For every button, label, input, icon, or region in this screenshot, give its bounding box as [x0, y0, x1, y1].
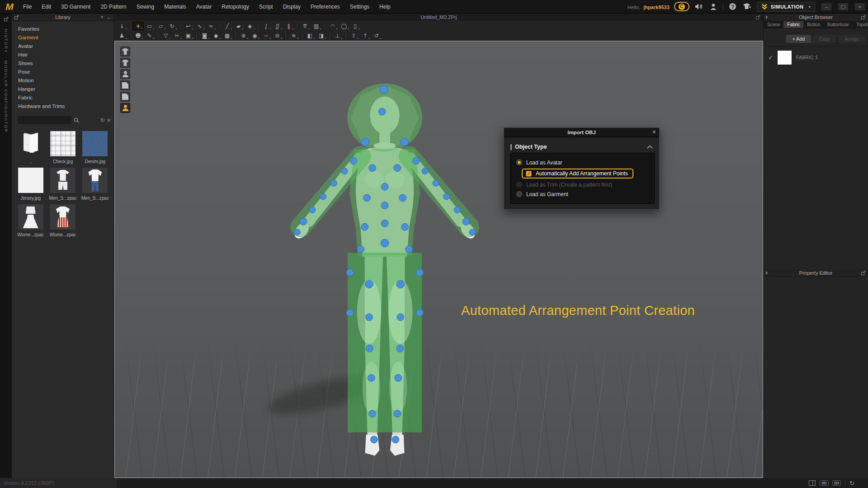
- popout-icon[interactable]: [14, 15, 19, 20]
- toolbar-button[interactable]: −: [260, 31, 272, 40]
- menu-item[interactable]: Sewing: [132, 0, 159, 13]
- fabric-list-item[interactable]: ✓ FABRIC 1: [764, 47, 868, 68]
- popout-icon[interactable]: [4, 17, 9, 22]
- toolbar-button[interactable]: ⊜: [272, 31, 283, 40]
- account-icon[interactable]: [708, 2, 718, 11]
- toolbar-button[interactable]: ◧: [304, 31, 316, 40]
- toolbar-button[interactable]: ∬: [272, 22, 283, 30]
- toolbar-button[interactable]: ∥: [283, 22, 294, 30]
- library-item[interactable]: Wome...zpac: [15, 204, 46, 237]
- toolbar-button[interactable]: ∫: [260, 22, 272, 30]
- dialog-option[interactable]: Automatically Add Arrangement Points: [522, 169, 633, 178]
- object-browser-tab[interactable]: Buttonhole: [824, 21, 853, 28]
- toolbar-button[interactable]: ↩: [183, 22, 194, 30]
- popout-icon[interactable]: [755, 15, 760, 20]
- library-item[interactable]: ..: [15, 131, 46, 164]
- toolbar-button[interactable]: ◯: [338, 22, 349, 30]
- dialog-option[interactable]: Load as Trim (Create a pattern first): [514, 180, 651, 189]
- library-category[interactable]: Hanger: [12, 85, 114, 94]
- library-item[interactable]: Men_S...zpac: [47, 168, 78, 201]
- menu-item[interactable]: Retopology: [217, 0, 254, 13]
- toolbar-button[interactable]: ✎: [144, 31, 155, 40]
- viewport-toggle[interactable]: [120, 69, 130, 79]
- toolbar-button[interactable]: ◉: [249, 31, 260, 40]
- close-button[interactable]: ×: [854, 3, 865, 11]
- toolbar-button[interactable]: ◠: [327, 22, 338, 30]
- library-category[interactable]: Garment: [12, 33, 114, 42]
- library-add-button[interactable]: +: [100, 15, 104, 19]
- toolbar-button[interactable]: ↑: [359, 31, 371, 40]
- viewport-toggle[interactable]: [120, 47, 130, 56]
- dialog-option[interactable]: Load as Avatar: [514, 158, 651, 167]
- help-icon[interactable]: ?: [728, 2, 738, 11]
- library-back-button[interactable]: ←: [106, 15, 112, 19]
- split-view-icon[interactable]: [809, 480, 816, 486]
- toolbar-button[interactable]: ◨: [316, 31, 327, 40]
- viewport-toggle[interactable]: [120, 58, 130, 68]
- library-category[interactable]: Avatar: [12, 42, 114, 51]
- dialog-close-icon[interactable]: ×: [652, 128, 656, 136]
- toolbar-button[interactable]: ▭: [144, 22, 155, 30]
- library-category[interactable]: Hair: [12, 51, 114, 59]
- object-browser-action-button[interactable]: Assign: [838, 35, 865, 43]
- library-category[interactable]: Fabric: [12, 94, 114, 102]
- library-item[interactable]: Denim.jpg: [80, 131, 110, 164]
- toolbar-button[interactable]: ≋: [288, 31, 299, 40]
- menu-item[interactable]: Avatar: [191, 0, 217, 13]
- object-browser-tab[interactable]: Scene: [764, 21, 783, 28]
- object-type-section-header[interactable]: Object Type: [510, 141, 655, 153]
- library-category[interactable]: Pose: [12, 68, 114, 76]
- toolbar-button[interactable]: ▽: [160, 31, 171, 40]
- dock-tab[interactable]: HISTORY: [4, 29, 8, 53]
- menu-item[interactable]: Settings: [345, 0, 374, 13]
- toolbar-button[interactable]: ⇈: [299, 22, 311, 30]
- minimize-button[interactable]: –: [821, 3, 832, 11]
- clo-connect-button[interactable]: C: [674, 2, 689, 11]
- toolbar-button[interactable]: +: [132, 22, 144, 30]
- toolbar-button[interactable]: ≈: [205, 22, 217, 30]
- dialog-title-bar[interactable]: Import OBJ ×: [504, 128, 659, 137]
- library-item[interactable]: Check.jpg: [47, 131, 78, 164]
- view-mode-button[interactable]: 3D: [820, 480, 829, 486]
- toolbar-button[interactable]: ⊥: [332, 31, 343, 40]
- toolbar-button[interactable]: ▱: [155, 22, 166, 30]
- menu-item[interactable]: Edit: [37, 0, 56, 13]
- menu-item[interactable]: File: [18, 0, 37, 13]
- object-browser-action-button[interactable]: Copy: [813, 35, 837, 43]
- collapse-chevron-icon[interactable]: [647, 145, 653, 151]
- speaker-icon[interactable]: [694, 2, 704, 11]
- dialog-option[interactable]: Load as Garment: [514, 189, 651, 199]
- library-item[interactable]: Jersey.jpg: [15, 168, 46, 201]
- toolbar-button[interactable]: ↺: [371, 31, 382, 40]
- menu-item[interactable]: Script: [254, 0, 278, 13]
- toolbar-button[interactable]: ▣: [183, 31, 194, 40]
- toolbar-button[interactable]: ☻: [132, 31, 144, 40]
- toolbar-button[interactable]: ∿: [194, 22, 205, 30]
- check-icon[interactable]: ✓: [768, 54, 773, 61]
- viewport-toggle[interactable]: [120, 80, 130, 90]
- library-item[interactable]: Men_S...zpac: [80, 168, 110, 201]
- menu-item[interactable]: Display: [278, 0, 306, 13]
- toolbar-button[interactable]: ✂: [171, 31, 183, 40]
- add-garment-icon[interactable]: [742, 2, 752, 11]
- option-control[interactable]: [516, 191, 522, 197]
- object-browser-tab[interactable]: Button: [803, 21, 824, 28]
- object-browser-tab[interactable]: Fabric: [783, 21, 803, 28]
- search-icon[interactable]: [74, 117, 79, 123]
- 3d-viewport[interactable]: Import OBJ × Object Type Load as Avatar: [114, 41, 763, 478]
- library-search-input[interactable]: [18, 116, 71, 124]
- toolbar-button[interactable]: ◙: [199, 31, 210, 40]
- dropdown-caret-icon[interactable]: ▾: [808, 5, 811, 9]
- library-category[interactable]: Motion: [12, 76, 114, 85]
- object-browser-action-button[interactable]: + Add: [786, 35, 811, 43]
- list-view-icon[interactable]: ≡: [107, 117, 110, 123]
- menu-item[interactable]: Help: [374, 0, 396, 13]
- menu-item[interactable]: Materials: [159, 0, 191, 13]
- toolbar-button[interactable]: ◆: [210, 31, 222, 40]
- toolbar-button[interactable]: ♟: [116, 31, 127, 40]
- toolbar-button[interactable]: ◈: [244, 22, 255, 30]
- toolbar-button[interactable]: ▦: [222, 31, 233, 40]
- restore-button[interactable]: ▢: [838, 3, 849, 11]
- popout-icon[interactable]: [861, 15, 866, 20]
- viewport-toggle[interactable]: [120, 92, 130, 102]
